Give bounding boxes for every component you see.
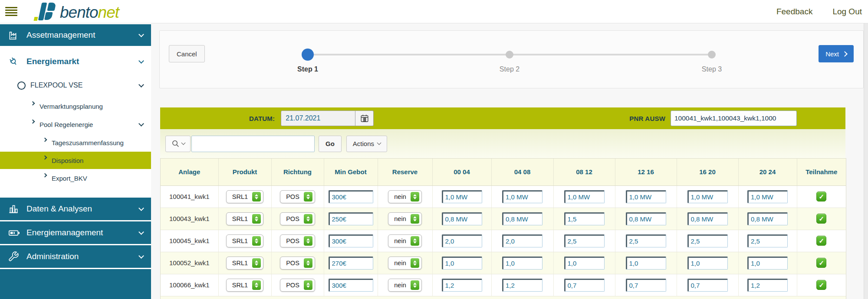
slot-input-12-16[interactable] [626,190,666,203]
slot-input-12-16[interactable] [626,234,666,247]
richtung-select[interactable]: POS [280,212,315,225]
column-header-08-12[interactable]: 08 12 [553,159,615,185]
produkt-select[interactable]: SRL1 [226,257,263,270]
sidebar-item-export-bkv[interactable]: Export_BKV [0,169,151,187]
richtung-select[interactable]: POS [280,279,315,292]
richtung-select[interactable]: POS [280,234,315,247]
slot-input-20-24[interactable] [747,212,788,225]
produkt-select[interactable]: SRL1 [226,279,263,292]
cancel-button[interactable]: Cancel [169,45,205,62]
reserve-select[interactable]: nein [388,212,421,225]
column-header-20-24[interactable]: 20 24 [738,159,797,185]
slot-input-04-08[interactable] [502,190,542,203]
slot-input-08-12[interactable] [564,257,605,270]
teilnahme-checkbox[interactable]: ✓ [816,192,826,202]
sidebar-item-flexpool-vse[interactable]: FLEXPOOL VSE [0,74,151,97]
slot-input-16-20[interactable] [687,279,728,292]
teilnahme-checkbox[interactable]: ✓ [816,236,826,246]
slot-input-20-24[interactable] [747,234,788,247]
column-header-reserve[interactable]: Reserve [378,159,432,185]
teilnahme-checkbox[interactable]: ✓ [816,214,826,224]
calendar-button[interactable] [355,110,374,126]
page-scrollbar-track[interactable] [864,23,868,299]
slot-input-16-20[interactable] [687,212,728,225]
richtung-select[interactable]: POS [280,190,315,203]
pnr-ausw-input[interactable] [671,110,797,126]
slot-input-00-04[interactable] [442,234,482,247]
sidebar-item-assetmanagement[interactable]: Assetmanagement [0,24,151,46]
slot-input-04-08[interactable] [502,257,542,270]
slot-input-12-16[interactable] [626,212,666,225]
slot-input-16-20[interactable] [687,257,728,270]
column-header-16-20[interactable]: 16 20 [677,159,738,185]
go-button[interactable]: Go [319,136,342,152]
column-header-00-04[interactable]: 00 04 [432,159,491,185]
slot-input-04-08[interactable] [502,279,542,292]
datum-input[interactable] [281,110,355,126]
sidebar-item-administration[interactable]: Administration [0,245,151,268]
column-header-min-gebot[interactable]: Min Gebot [324,159,378,185]
column-header-04-08[interactable]: 04 08 [491,159,553,185]
reserve-select[interactable]: nein [388,234,421,247]
produkt-select[interactable]: SRL1 [226,234,263,247]
slot-input-00-04[interactable] [442,279,482,292]
teilnahme-checkbox[interactable]: ✓ [816,280,826,290]
slot-input-04-08[interactable] [502,234,542,247]
sidebar-item-tageszusammenfassung[interactable]: Tageszusammenfassung [0,133,151,152]
sidebar-item-vermarktungsplanung[interactable]: Vermarktungsplanung [0,97,151,115]
slot-input-12-16[interactable] [626,257,666,270]
slot-input-20-24[interactable] [747,279,788,292]
reserve-select[interactable]: nein [388,190,421,203]
slot-input-16-20[interactable] [687,234,728,247]
search-input[interactable] [191,136,315,152]
actions-button[interactable]: Actions [346,136,387,152]
slot-input-00-04[interactable] [442,212,482,225]
chevron-right-icon [31,101,35,105]
calendar-icon [360,114,369,123]
sidebar-item-label: FLEXPOOL VSE [30,81,82,89]
slot-input-20-24[interactable] [747,257,788,270]
richtung-select[interactable]: POS [280,257,315,270]
slot-input-04-08[interactable] [502,212,542,225]
hamburger-menu-icon[interactable] [5,6,17,17]
slot-input-00-04[interactable] [442,257,482,270]
min-gebot-input[interactable] [329,279,373,292]
column-header-produkt[interactable]: Produkt [218,159,271,185]
slot-input-08-12[interactable] [564,190,605,203]
slot-input-00-04[interactable] [442,190,482,203]
sidebar-item-disposition[interactable]: Disposition [0,152,151,169]
column-header-12-16[interactable]: 12 16 [615,159,677,185]
logout-link[interactable]: Log Out [832,7,862,16]
min-gebot-input[interactable] [329,212,373,225]
column-header-anlage[interactable]: Anlage [161,159,218,185]
min-gebot-input[interactable] [329,190,373,203]
step1-dot [302,49,314,61]
min-gebot-input[interactable] [329,257,373,270]
slot-cell-20-24 [738,274,797,296]
reserve-select[interactable]: nein [388,279,421,292]
slot-input-08-12[interactable] [564,212,605,225]
slot-input-20-24[interactable] [747,190,788,203]
datum-label: DATUM: [249,115,275,122]
slot-input-08-12[interactable] [564,234,605,247]
next-button[interactable]: Next [819,45,854,62]
reserve-select[interactable]: nein [388,257,421,270]
sidebar-item-label: Disposition [52,157,83,164]
column-header-teilnahme[interactable]: Teilnahme [797,159,846,185]
produkt-select[interactable]: SRL1 [226,212,263,225]
feedback-link[interactable]: Feedback [776,7,812,16]
slot-input-12-16[interactable] [626,279,666,292]
teilnahme-checkbox[interactable]: ✓ [816,258,826,268]
slot-cell-08-12 [553,185,615,208]
column-header-richtung[interactable]: Richtung [271,159,324,185]
min-gebot-input[interactable] [329,234,373,247]
slot-input-16-20[interactable] [687,190,728,203]
next-button-label: Next [825,50,839,58]
sidebar-item-pool-regelenergie[interactable]: Pool Regelenergie [0,115,151,133]
produkt-select[interactable]: SRL1 [226,190,263,203]
sidebar-item-energiemarkt[interactable]: Energiemarkt [0,49,151,74]
search-column-selector[interactable] [165,136,191,152]
sidebar-item-daten-analysen[interactable]: Daten & Analysen [0,198,151,220]
sidebar-item-energiemanagement[interactable]: Energiemanagement [0,221,151,244]
slot-input-08-12[interactable] [564,279,605,292]
